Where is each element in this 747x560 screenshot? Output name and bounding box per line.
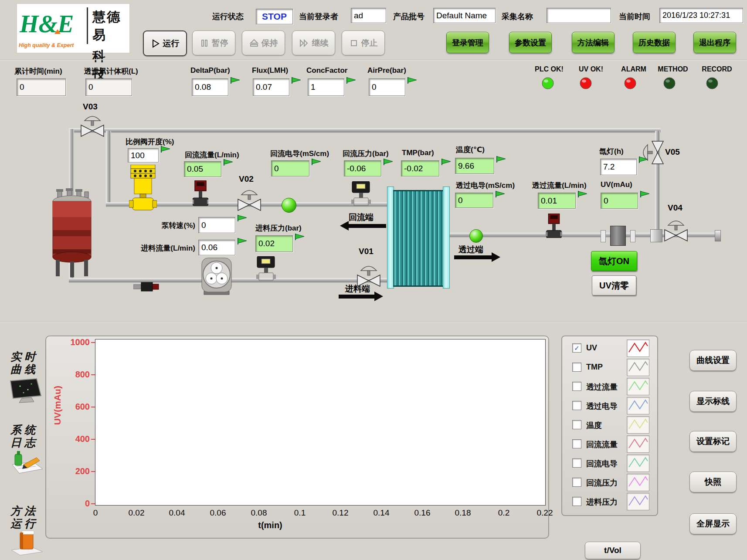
nav-method-edit[interactable]: 方法编辑 [572, 32, 615, 53]
feed-flow-label: 进料流量(L/min) [128, 243, 195, 253]
feed-flow-value[interactable]: 0.06 [198, 240, 235, 255]
y-tick: 400 [65, 434, 90, 444]
run-status-indicator: STOP [256, 9, 293, 24]
valve-v04-label: V04 [668, 203, 682, 213]
curve-settings-button[interactable]: 曲线设置 [689, 350, 737, 371]
batch-field[interactable]: Default Name [433, 8, 496, 23]
legend-line-sample[interactable] [627, 493, 649, 510]
legend-label: UV [586, 343, 597, 353]
legend-line-sample[interactable] [627, 474, 649, 491]
deltap-value: 0.08 [192, 78, 228, 96]
snapshot-button[interactable]: 快照 [689, 472, 737, 492]
valve-v03[interactable] [79, 113, 105, 137]
legend-label: 回流流量 [586, 439, 618, 450]
alarm-led-label: ALARM [621, 65, 646, 73]
plc-led-label: PLC OK! [535, 65, 564, 73]
y-tick-mark [91, 374, 95, 375]
y-tick-mark [91, 439, 95, 440]
feed-pres-flag-icon [295, 233, 305, 241]
plc-led [541, 77, 555, 91]
uv-ok-led [579, 77, 593, 91]
brand-text: H&E [20, 10, 74, 38]
fullscreen-button[interactable]: 全屏显示 [689, 513, 737, 534]
alarm-led [623, 77, 637, 91]
pipe-tee-drop [106, 131, 111, 204]
legend-checkbox-tmp[interactable] [572, 363, 581, 372]
pause-button[interactable]: 暂停 [192, 31, 235, 55]
monitor-icon [7, 377, 46, 404]
temperature-value: 9.66 [455, 158, 494, 174]
reflux-flow-value: 0.05 [184, 161, 221, 177]
legend-line-sample[interactable] [627, 416, 649, 434]
feed-tank [50, 188, 94, 278]
record-led [705, 77, 719, 91]
book-icon [10, 530, 44, 557]
tmp-value: -0.02 [401, 160, 439, 176]
resume-button[interactable]: 继续 [292, 31, 335, 55]
legend-checkbox-temp[interactable] [572, 420, 581, 429]
run-button[interactable]: 运行 [143, 31, 187, 56]
legend-line-sample[interactable] [627, 455, 649, 472]
y-tick: 0 [65, 499, 90, 509]
legend-checkbox-perm-flow[interactable] [572, 382, 581, 391]
y-tick-mark [91, 471, 95, 472]
nav-param-settings[interactable]: 参数设置 [509, 32, 552, 53]
sidebar-item-realtime-curve[interactable]: 实时 曲线 [6, 350, 50, 404]
x-axis-title: t(min) [244, 520, 296, 530]
valve-v04[interactable] [663, 217, 689, 242]
reflux-pres-label: 回流压力(bar) [343, 149, 389, 159]
legend-checkbox-reflux-flow[interactable] [572, 439, 581, 448]
perm-flow-flag-icon [577, 190, 588, 198]
uv-flow-cell-body [610, 226, 626, 246]
legend-checkbox-reflux-cond[interactable] [572, 458, 581, 468]
valve-v01[interactable] [356, 263, 382, 287]
y-axis-title: UV(mAu) [52, 360, 63, 451]
hold-button[interactable]: 保持 [242, 31, 285, 55]
acq-name-field[interactable] [547, 8, 611, 23]
return-line-indicator-ball [282, 198, 296, 213]
reflux-cond-label: 回流电导(mS/cm) [270, 149, 329, 159]
acq-name-label: 采集名称 [502, 11, 533, 22]
x-tick: 0.1 [286, 508, 314, 518]
nav-history-data[interactable]: 历史数据 [633, 32, 676, 53]
reflux-flow-flag-icon [223, 159, 234, 166]
valve-v02[interactable] [236, 187, 262, 211]
temperature-flag-icon [496, 156, 506, 163]
legend-label: 温度 [586, 420, 602, 431]
xenon-on-button[interactable]: 氙灯ON [591, 251, 637, 271]
membrane-module-right-cap [443, 187, 450, 288]
pump-speed-value[interactable]: 0 [198, 217, 235, 233]
time-label: 当前时间 [619, 11, 650, 22]
legend-checkbox-perm-cond[interactable] [572, 401, 581, 410]
stop-button[interactable]: 停止 [342, 31, 385, 55]
sidebar-item-method-run[interactable]: 方法 运行 [6, 505, 50, 558]
set-marker-button[interactable]: 设置标记 [689, 431, 737, 452]
record-led-label: RECORD [702, 65, 732, 73]
y-tick-mark [91, 503, 95, 504]
perm-flow-value: 0.01 [538, 193, 576, 209]
legend-checkbox-uv[interactable]: ✓ [572, 343, 581, 353]
sidebar-item-system-log[interactable]: 系统 日志 [6, 424, 50, 476]
legend-line-sample[interactable] [627, 378, 649, 395]
nav-exit[interactable]: 退出程序 [693, 32, 736, 53]
valve-v05-label: V05 [665, 147, 680, 157]
legend-line-sample[interactable] [627, 397, 649, 414]
legend-label: TMP [586, 363, 603, 372]
prop-valve-open-value[interactable]: 100 [128, 148, 159, 163]
valve-v05[interactable] [640, 139, 664, 166]
legend-label: 回流压力 [586, 478, 618, 488]
uv-zero-button[interactable]: UV清零 [592, 275, 636, 295]
t-vol-toggle-button[interactable]: t/Vol [585, 542, 641, 559]
x-tick: 0.2 [490, 508, 518, 518]
x-tick: 0.16 [408, 508, 436, 518]
nav-login-manage[interactable]: 登录管理 [446, 32, 489, 53]
legend-line-sample[interactable] [627, 339, 649, 357]
x-tick: 0.18 [449, 508, 477, 518]
pipe-tank-riser [69, 129, 74, 195]
legend-line-sample[interactable] [627, 435, 649, 453]
legend-checkbox-reflux-pres[interactable] [572, 478, 581, 487]
legend-checkbox-feed-pres[interactable] [572, 497, 581, 506]
legend-line-sample[interactable] [627, 359, 649, 376]
show-cursor-button[interactable]: 显示标线 [689, 391, 737, 412]
proportional-valve[interactable] [129, 165, 157, 211]
